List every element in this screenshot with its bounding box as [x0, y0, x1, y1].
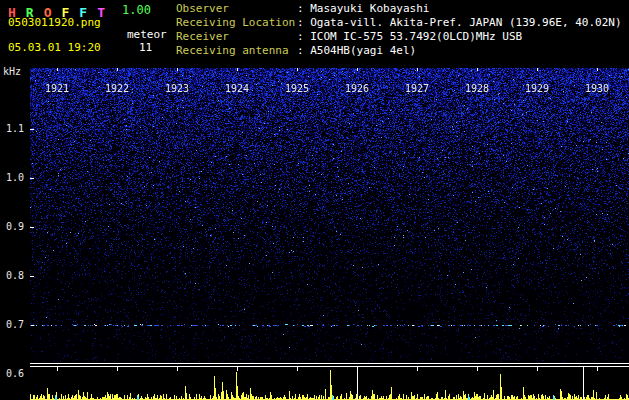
- x-tick-1927: 1927: [399, 84, 435, 94]
- info-row-location: Receiving Location: Ogata-vill. Akita-Pr…: [176, 16, 622, 30]
- y-tick-0-7: 0.7: [6, 320, 24, 330]
- info-value-receiver: : ICOM IC-575 53.7492(0LCD)MHz USB: [297, 30, 522, 43]
- y-tick-1-0: 1.0: [6, 173, 24, 183]
- x-tick-1923: 1923: [159, 84, 195, 94]
- y-tick-1-1: 1.1: [6, 124, 24, 134]
- info-value-location: : Ogata-vill. Akita-Pref. JAPAN (139.96E…: [297, 16, 622, 29]
- info-row-antenna: Receiving antenna: A504HB(yagi 4el): [176, 44, 622, 58]
- app-version: 1.00: [122, 3, 151, 17]
- y-tick-0-8: 0.8: [6, 271, 24, 281]
- divider-line-upper: [30, 363, 629, 364]
- info-value-observer: : Masayuki Kobayashi: [297, 2, 429, 15]
- y-tick-0-9: 0.9: [6, 222, 24, 232]
- y-axis-unit: kHz: [3, 67, 21, 77]
- info-label-location: Receiving Location: [176, 16, 297, 30]
- info-row-observer: Observer: Masayuki Kobayashi: [176, 2, 622, 16]
- station-info: Observer: Masayuki Kobayashi Receiving L…: [176, 2, 622, 58]
- output-filename: 0503011920.png: [8, 16, 101, 29]
- mode-label: meteor: [127, 28, 167, 41]
- y-tick-0-6: 0.6: [6, 369, 24, 379]
- x-tick-1922: 1922: [99, 84, 135, 94]
- spectrogram-canvas: [30, 68, 629, 363]
- info-label-antenna: Receiving antenna: [176, 44, 297, 58]
- info-label-observer: Observer: [176, 2, 297, 16]
- x-tick-1929: 1929: [519, 84, 555, 94]
- x-tick-1926: 1926: [339, 84, 375, 94]
- hrofft-output-window: HROFFT 1.00 0503011920.png meteor 05.03.…: [0, 0, 629, 400]
- x-tick-1928: 1928: [459, 84, 495, 94]
- info-label-receiver: Receiver: [176, 30, 297, 44]
- x-tick-1924: 1924: [219, 84, 255, 94]
- info-row-receiver: Receiver: ICOM IC-575 53.7492(0LCD)MHz U…: [176, 30, 622, 44]
- echo-count: 11: [139, 41, 152, 54]
- x-tick-1921: 1921: [39, 84, 75, 94]
- datetime-label: 05.03.01 19:20: [8, 41, 101, 54]
- x-tick-1925: 1925: [279, 84, 315, 94]
- signal-canvas: [30, 367, 629, 400]
- x-tick-1930: 1930: [579, 84, 615, 94]
- info-value-antenna: : A504HB(yagi 4el): [297, 44, 416, 57]
